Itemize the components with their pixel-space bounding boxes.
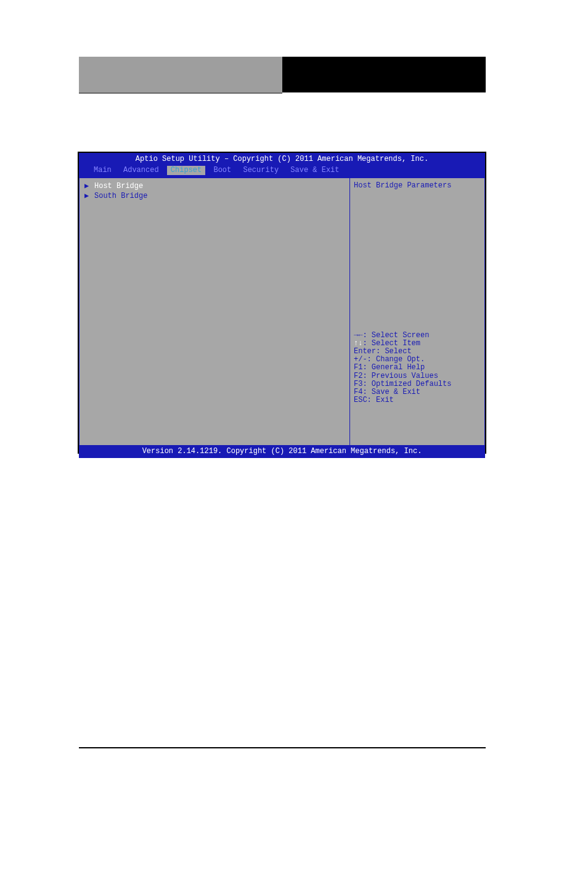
menu-item-label: Host Bridge: [94, 182, 143, 190]
page-header-left: [79, 57, 282, 94]
key-text: : Previous Values: [362, 372, 438, 380]
bios-window: Aptio Setup Utility – Copyright (C) 2011…: [78, 152, 486, 454]
menu-item-south-bridge[interactable]: ▶ South Bridge: [84, 192, 345, 201]
tab-advanced[interactable]: Advanced: [120, 166, 163, 175]
key-text: : Change Opt.: [367, 355, 425, 364]
tab-save-exit[interactable]: Save & Exit: [287, 166, 343, 175]
bios-help-pane: Host Bridge Parameters →←: Select Screen…: [349, 178, 485, 446]
page-header-right: [282, 57, 486, 94]
key-text: : Exit: [367, 396, 394, 404]
tab-main[interactable]: Main: [90, 166, 115, 175]
menu-item-host-bridge[interactable]: ▶ Host Bridge: [84, 182, 345, 191]
tab-chipset[interactable]: Chipset: [167, 166, 205, 175]
key-symbol: Enter: [354, 347, 376, 356]
arrow-leftright-icon: →←: [354, 331, 362, 340]
bios-help-spacer: [354, 190, 481, 332]
bios-help-description: Host Bridge Parameters: [354, 182, 481, 190]
key-symbol: F3: [354, 380, 362, 388]
bios-key-legend: →←: Select Screen ↑↓: Select Item Enter:…: [354, 332, 481, 405]
key-text: : Save & Exit: [362, 388, 420, 396]
key-text: : General Help: [362, 363, 425, 372]
key-text: : Select Screen: [362, 331, 429, 340]
bios-footer: Version 2.14.1219. Copyright (C) 2011 Am…: [79, 446, 485, 457]
submenu-arrow-icon: ▶: [84, 182, 91, 190]
key-line: ESC: Exit: [354, 396, 481, 404]
bios-menu-pane: ▶ Host Bridge ▶ South Bridge: [79, 178, 349, 446]
key-text: : Select: [376, 347, 412, 356]
key-symbol: F1: [354, 363, 362, 372]
page-header-band: [79, 57, 486, 94]
key-symbol: ESC: [354, 396, 367, 404]
menu-item-label: South Bridge: [94, 192, 147, 200]
key-symbol: +/-: [354, 355, 367, 364]
bios-body: ▶ Host Bridge ▶ South Bridge Host Bridge…: [79, 178, 485, 446]
submenu-arrow-icon: ▶: [84, 192, 91, 200]
arrow-updown-icon: ↑↓: [354, 339, 362, 348]
bios-title: Aptio Setup Utility – Copyright (C) 2011…: [79, 153, 485, 165]
bios-menubar[interactable]: Main Advanced Chipset Boot Security Save…: [79, 165, 485, 178]
page-footer-rule: [79, 747, 486, 748]
key-text: : Select Item: [362, 339, 420, 348]
tab-security[interactable]: Security: [239, 166, 282, 175]
tab-boot[interactable]: Boot: [210, 166, 235, 175]
key-symbol: F4: [354, 388, 362, 396]
key-text: : Optimized Defaults: [362, 380, 451, 388]
key-symbol: F2: [354, 372, 362, 380]
